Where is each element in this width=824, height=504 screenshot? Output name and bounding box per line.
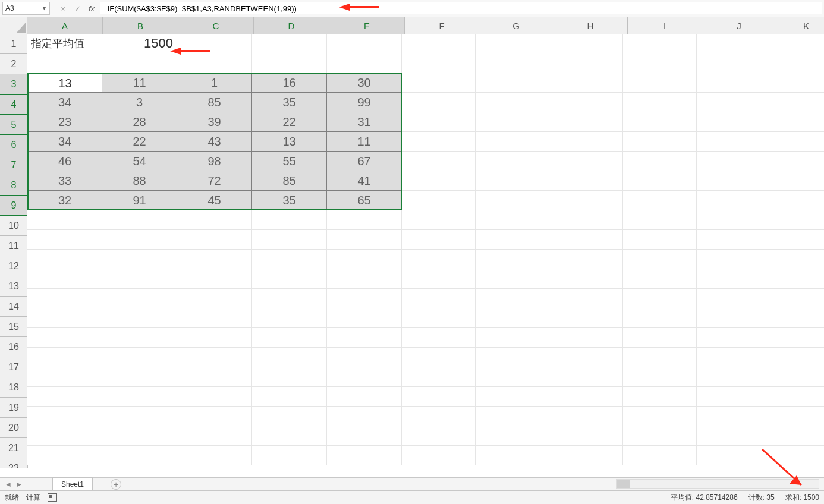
cell-C7[interactable]: 98 [177, 152, 252, 171]
cell-D7[interactable]: 55 [252, 152, 327, 171]
column-header-I[interactable]: I [628, 17, 702, 34]
cell-B21[interactable] [102, 426, 177, 446]
cell-I5[interactable] [623, 112, 697, 132]
cell-A15[interactable] [27, 308, 102, 328]
cell-D3[interactable]: 16 [252, 73, 327, 93]
cell-E21[interactable] [327, 426, 402, 446]
cell-C10[interactable] [177, 210, 252, 230]
cell-F19[interactable] [402, 387, 476, 407]
cell-B4[interactable]: 3 [102, 93, 177, 112]
cell-J14[interactable] [697, 289, 770, 308]
cell-G9[interactable] [476, 191, 549, 210]
cell-G10[interactable] [476, 210, 549, 230]
cell-C2[interactable] [177, 53, 252, 73]
cell-K13[interactable] [770, 269, 824, 289]
cell-D19[interactable] [252, 387, 327, 407]
cell-J11[interactable] [697, 230, 770, 250]
cell-G18[interactable] [476, 367, 549, 387]
cell-I10[interactable] [623, 210, 697, 230]
cell-G7[interactable] [476, 152, 549, 171]
cell-D6[interactable]: 13 [252, 132, 327, 152]
cell-D15[interactable] [252, 308, 327, 328]
cell-D14[interactable] [252, 289, 327, 308]
row-header-5[interactable]: 5 [0, 115, 28, 135]
cell-A6[interactable]: 34 [27, 132, 102, 152]
cell-E13[interactable] [327, 269, 402, 289]
cell-G17[interactable] [476, 348, 549, 367]
cell-G15[interactable] [476, 308, 549, 328]
spreadsheet-grid[interactable]: ABCDEFGHIJK 1234567891011121314151617181… [0, 17, 824, 468]
row-header-18[interactable]: 18 [0, 377, 28, 398]
cell-E18[interactable] [327, 367, 402, 387]
cell-F9[interactable] [402, 191, 476, 210]
cell-E1[interactable] [327, 34, 402, 53]
cell-H22[interactable] [549, 446, 623, 465]
cell-I9[interactable] [623, 191, 697, 210]
cell-F12[interactable] [402, 250, 476, 269]
cell-A16[interactable] [27, 328, 102, 348]
cell-A4[interactable]: 34 [27, 93, 102, 112]
cell-H15[interactable] [549, 308, 623, 328]
cell-I7[interactable] [623, 152, 697, 171]
cell-K3[interactable] [770, 73, 824, 93]
cell-G22[interactable] [476, 446, 549, 465]
cell-E16[interactable] [327, 328, 402, 348]
cell-A21[interactable] [27, 426, 102, 446]
cell-C15[interactable] [177, 308, 252, 328]
cell-I12[interactable] [623, 250, 697, 269]
cell-G3[interactable] [476, 73, 549, 93]
cell-H5[interactable] [549, 112, 623, 132]
name-box[interactable]: A3 ▼ [2, 2, 50, 15]
cell-I3[interactable] [623, 73, 697, 93]
cell-J1[interactable] [697, 34, 770, 53]
cell-E11[interactable] [327, 230, 402, 250]
cell-B8[interactable]: 88 [102, 171, 177, 191]
cell-I21[interactable] [623, 426, 697, 446]
cell-K9[interactable] [770, 191, 824, 210]
cell-D16[interactable] [252, 328, 327, 348]
cell-H17[interactable] [549, 348, 623, 367]
row-header-9[interactable]: 9 [0, 196, 28, 216]
cell-K11[interactable] [770, 230, 824, 250]
cell-D13[interactable] [252, 269, 327, 289]
cell-B22[interactable] [102, 446, 177, 465]
cell-A10[interactable] [27, 210, 102, 230]
cell-H18[interactable] [549, 367, 623, 387]
cell-C9[interactable]: 45 [177, 191, 252, 210]
cell-F22[interactable] [402, 446, 476, 465]
cell-A7[interactable]: 46 [27, 152, 102, 171]
column-header-H[interactable]: H [553, 17, 628, 34]
cell-B15[interactable] [102, 308, 177, 328]
row-header-6[interactable]: 6 [0, 135, 28, 155]
cell-J6[interactable] [697, 132, 770, 152]
cell-I14[interactable] [623, 289, 697, 308]
cell-F14[interactable] [402, 289, 476, 308]
cell-E15[interactable] [327, 308, 402, 328]
add-sheet-button[interactable]: + [111, 479, 121, 490]
cell-J16[interactable] [697, 328, 770, 348]
cell-G6[interactable] [476, 132, 549, 152]
cell-I2[interactable] [623, 53, 697, 73]
cell-C16[interactable] [177, 328, 252, 348]
cell-J4[interactable] [697, 93, 770, 112]
cell-F11[interactable] [402, 230, 476, 250]
cell-J15[interactable] [697, 308, 770, 328]
cell-E22[interactable] [327, 446, 402, 465]
column-header-C[interactable]: C [178, 17, 254, 34]
cell-J20[interactable] [697, 407, 770, 426]
cell-H1[interactable] [549, 34, 623, 53]
cell-E6[interactable]: 11 [327, 132, 402, 152]
cell-E8[interactable]: 41 [327, 171, 402, 191]
cell-C21[interactable] [177, 426, 252, 446]
cell-D8[interactable]: 85 [252, 171, 327, 191]
cell-K6[interactable] [770, 132, 824, 152]
cell-H16[interactable] [549, 328, 623, 348]
row-header-4[interactable]: 4 [0, 94, 28, 115]
cell-I20[interactable] [623, 407, 697, 426]
cell-F7[interactable] [402, 152, 476, 171]
cell-G16[interactable] [476, 328, 549, 348]
cell-D22[interactable] [252, 446, 327, 465]
cell-G12[interactable] [476, 250, 549, 269]
cell-G13[interactable] [476, 269, 549, 289]
cell-E14[interactable] [327, 289, 402, 308]
